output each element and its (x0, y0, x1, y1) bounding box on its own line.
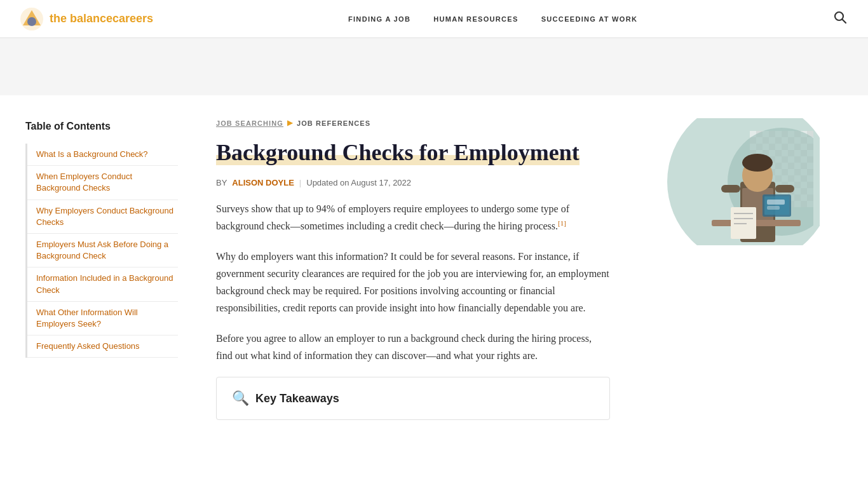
article-title: Background Checks for Employment (216, 140, 580, 165)
sidebar-toc: Table of Contents What Is a Background C… (0, 95, 191, 445)
author-divider: | (299, 178, 301, 187)
ad-banner (0, 38, 868, 95)
author-label: BY (216, 178, 227, 187)
toc-item: What Is a Background Check? (27, 144, 178, 166)
logo-text: the balancecareers (50, 12, 153, 25)
toc-item: Why Employers Conduct Background Checks (27, 200, 178, 234)
svg-point-9 (742, 154, 773, 172)
page-body: Table of Contents What Is a Background C… (0, 95, 868, 445)
nav-succeeding-at-work[interactable]: SUCCEEDING AT WORK (541, 15, 637, 23)
article-image (635, 118, 820, 245)
article-body: Surveys show that up to 94% of employers… (216, 200, 610, 364)
logo-icon (20, 8, 43, 30)
svg-rect-10 (721, 185, 740, 193)
svg-line-4 (843, 19, 846, 23)
toc-link-when[interactable]: When Employers Conduct Background Checks (36, 171, 178, 194)
toc-item: Employers Must Ask Before Doing a Backgr… (27, 234, 178, 268)
article-main: JOB SEARCHING ▶ JOB REFERENCES Backgroun… (191, 95, 635, 445)
toc-link-ask[interactable]: Employers Must Ask Before Doing a Backgr… (36, 239, 178, 262)
author-line: BY ALISON DOYLE | Updated on August 17, … (216, 178, 610, 187)
body-paragraph-2: Why do employers want this information? … (216, 248, 610, 317)
key-takeaways-box: 🔍 Key Takeaways (216, 377, 610, 420)
svg-rect-13 (731, 207, 756, 239)
toc-title: Table of Contents (25, 121, 178, 132)
toc-item: Frequently Asked Questions (27, 336, 178, 358)
toc-item: Information Included in a Background Che… (27, 268, 178, 301)
svg-rect-20 (767, 206, 780, 210)
updated-date: Updated on August 17, 2022 (306, 178, 411, 187)
search-icon (832, 10, 848, 25)
body-paragraph-1: Surveys show that up to 94% of employers… (216, 200, 610, 235)
svg-rect-18 (764, 196, 789, 215)
svg-point-2 (27, 17, 36, 26)
takeaways-title: Key Takeaways (255, 392, 339, 405)
main-nav: FINDING A JOB HUMAN RESOURCES SUCCEEDING… (348, 15, 637, 23)
body-paragraph-3: Before you agree to allow an employer to… (216, 330, 610, 364)
breadcrumb-job-searching[interactable]: JOB SEARCHING (216, 119, 283, 127)
toc-link-why[interactable]: Why Employers Conduct Background Checks (36, 205, 178, 228)
toc-item: When Employers Conduct Background Checks (27, 166, 178, 200)
toc-link-what[interactable]: What Is a Background Check? (36, 149, 178, 160)
footnote-1: [1] (558, 219, 566, 227)
toc-item: What Other Information Will Employers Se… (27, 302, 178, 336)
toc-link-other[interactable]: What Other Information Will Employers Se… (36, 307, 178, 330)
toc-list: What Is a Background Check? When Employe… (25, 144, 178, 358)
svg-rect-19 (767, 200, 785, 205)
site-header: the balancecareers FINDING A JOB HUMAN R… (0, 0, 868, 38)
right-panel (635, 95, 839, 445)
article-title-wrapper: Background Checks for Employment (216, 139, 610, 166)
toc-link-faq[interactable]: Frequently Asked Questions (36, 341, 178, 352)
breadcrumb-job-references: JOB REFERENCES (297, 119, 370, 127)
nav-human-resources[interactable]: HUMAN RESOURCES (433, 15, 518, 23)
logo[interactable]: the balancecareers (20, 8, 153, 30)
search-button[interactable] (832, 10, 848, 29)
nav-finding-a-job[interactable]: FINDING A JOB (348, 15, 410, 23)
breadcrumb-arrow: ▶ (287, 118, 293, 128)
takeaways-header: 🔍 Key Takeaways (232, 390, 594, 407)
toc-link-info[interactable]: Information Included in a Background Che… (36, 273, 178, 295)
magnify-icon: 🔍 (232, 390, 249, 407)
author-link[interactable]: ALISON DOYLE (232, 178, 294, 187)
article-illustration (699, 125, 813, 245)
breadcrumb: JOB SEARCHING ▶ JOB REFERENCES (216, 118, 610, 128)
svg-rect-11 (775, 185, 794, 193)
